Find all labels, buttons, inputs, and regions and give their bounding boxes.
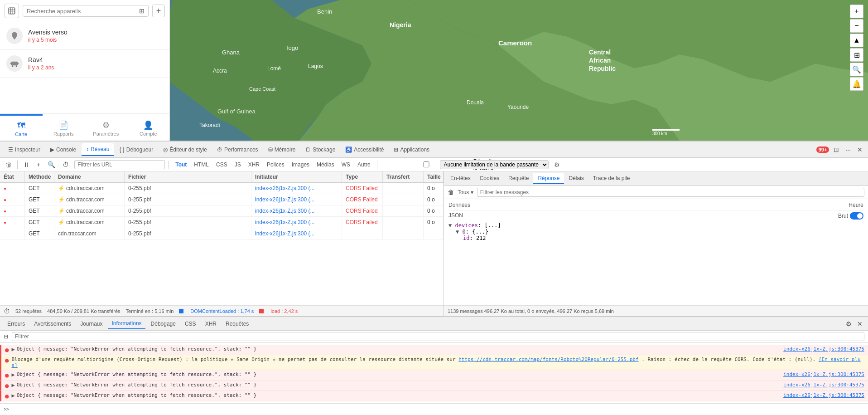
devtools-tab-inspector[interactable]: ☰ Inspecteur: [4, 144, 45, 156]
table-row[interactable]: GET cdn.traccar.com 0-255.pbf index-x26j…: [0, 228, 444, 239]
pause-button[interactable]: ⏸: [21, 160, 31, 169]
nav-rapports[interactable]: 📄 Rapports: [43, 114, 85, 141]
add-button[interactable]: +: [152, 5, 165, 17]
close-devtools-button[interactable]: ✕: [855, 145, 864, 154]
console-gear-icon[interactable]: ⚙: [844, 319, 854, 328]
console-filter-input[interactable]: [12, 332, 864, 341]
json-devices-row[interactable]: ▼ devices: [...]: [448, 222, 863, 229]
console-close-button[interactable]: ✕: [855, 319, 864, 328]
filter-polices[interactable]: Polices: [264, 161, 287, 169]
filter-medias[interactable]: Médias: [314, 161, 337, 169]
console-file-4[interactable]: index-x26j1x-Z.js:300:45375: [783, 392, 864, 398]
expand-icon-3[interactable]: ▶: [11, 382, 14, 388]
tab-delais[interactable]: Délais: [564, 173, 588, 184]
th-initiateur: Initiateur: [251, 171, 342, 182]
settings-button[interactable]: ⏱: [61, 160, 71, 169]
carte-icon: 🗺: [17, 121, 25, 131]
tab-reponse[interactable]: Réponse: [533, 173, 564, 184]
console-message-0[interactable]: ● ▶ Object { message: "NetworkError when…: [0, 345, 868, 355]
north-button[interactable]: ▲: [850, 34, 863, 47]
devtools-tab-network[interactable]: ↕ Réseau: [82, 143, 114, 156]
filter-icon[interactable]: ⊞: [139, 7, 145, 15]
console-tab-css[interactable]: CSS: [181, 319, 200, 329]
search-map-button[interactable]: 🔍: [850, 63, 863, 76]
devtools-tab-accessibility[interactable]: ♿ Accessibilité: [341, 144, 388, 156]
delete-messages-button[interactable]: 🗑: [448, 189, 454, 196]
gear-icon[interactable]: ⚙: [552, 160, 562, 169]
tab-cookies[interactable]: Cookies: [475, 173, 504, 184]
tab-requete[interactable]: Requête: [504, 173, 533, 184]
console-tab-journaux[interactable]: Journaux: [77, 319, 106, 329]
nav-compte[interactable]: 👤 Compte: [127, 114, 170, 141]
filter-autre[interactable]: Autre: [355, 161, 373, 169]
search-button[interactable]: +: [35, 160, 42, 169]
console-tab-erreurs[interactable]: Erreurs: [4, 319, 29, 329]
nav-compte-label: Compte: [140, 131, 157, 137]
device-item-1[interactable]: Rav4 il y a 2 ans: [0, 50, 169, 78]
url-filter-input[interactable]: [74, 160, 165, 169]
devtools-tab-performance[interactable]: ⏱ Performances: [212, 144, 263, 156]
console-message-1[interactable]: ● Blocage d'une requête multiorigine (Cr…: [0, 355, 868, 370]
filter-css[interactable]: CSS: [213, 161, 230, 169]
json-item0-row[interactable]: ▼ 0: {...}: [448, 229, 863, 235]
devtools-tab-applications[interactable]: ⊞ Applications: [389, 144, 434, 156]
filter-xhr[interactable]: XHR: [246, 161, 262, 169]
console-file-3[interactable]: index-x26j1x-Z.js:300:45375: [783, 382, 864, 388]
console-tab-xhr[interactable]: XHR: [202, 319, 220, 329]
svg-text:Takoradi: Takoradi: [199, 122, 220, 128]
filter-images[interactable]: Images: [289, 161, 312, 169]
devtools-tab-memory[interactable]: ⛁ Mémoire: [264, 144, 300, 156]
devtools-tab-style-editor[interactable]: ◎ Éditeur de style: [159, 144, 212, 156]
cors-url-link[interactable]: https://cdn.traccar.com/map/fonts/Roboto…: [458, 356, 638, 362]
devtools-tab-debugger[interactable]: { } Débogueur: [115, 144, 158, 156]
nav-carte[interactable]: 🗺 Carte: [0, 114, 43, 141]
console-tab-debogage[interactable]: Débogage: [147, 319, 179, 329]
td-domaine: ⚡cdn.traccar.com: [54, 183, 125, 194]
bandwidth-select[interactable]: Aucune limitation de la bande passante: [440, 160, 549, 169]
nav-carte-label: Carte: [15, 132, 27, 137]
console-text-4: Object { message: "NetworkError when att…: [17, 392, 784, 398]
table-row[interactable]: ● GET ⚡cdn.traccar.com 0-255.pbf index-x…: [0, 217, 444, 228]
expand-icon-0[interactable]: ▶: [11, 346, 14, 352]
clear-network-button[interactable]: 🗑: [4, 160, 14, 169]
th-transfert: Transfert: [383, 171, 424, 182]
message-filter-input[interactable]: [477, 188, 864, 197]
console-message-3[interactable]: ● ▶ Object { message: "NetworkError when…: [0, 381, 868, 391]
zoom-out-button[interactable]: −: [850, 19, 863, 33]
brut-toggle[interactable]: Brut: [838, 212, 863, 220]
device-item-0[interactable]: Avensis verso il y a 5 mois: [0, 22, 169, 50]
table-row[interactable]: ● GET ⚡cdn.traccar.com 0-255.pbf index-x…: [0, 183, 444, 194]
console-tab-avertissements[interactable]: Avertissements: [30, 319, 75, 329]
zoom-in-button[interactable]: +: [850, 5, 863, 18]
console-tab-requetes[interactable]: Requêtes: [222, 319, 252, 329]
console-file-0[interactable]: index-x26j1x-Z.js:300:45375: [783, 346, 864, 352]
nav-parametres[interactable]: ⚙ Paramètres: [85, 114, 127, 141]
filter-html[interactable]: HTML: [191, 161, 212, 169]
notifications-button[interactable]: 🔔: [850, 77, 863, 91]
map-icon-box[interactable]: [5, 4, 19, 18]
console-message-2[interactable]: ● ▶ Object { message: "NetworkError when…: [0, 370, 868, 381]
console-message-4[interactable]: ● ▶ Object { message: "NetworkError when…: [0, 391, 868, 401]
filter-tout[interactable]: Tout: [173, 161, 189, 169]
more-options-button[interactable]: ···: [844, 145, 853, 154]
devtools-tab-console[interactable]: ▶ Console: [46, 144, 81, 156]
devtools-tab-storage[interactable]: 🗒 Stockage: [301, 144, 340, 156]
tous-dropdown[interactable]: Tous ▾: [458, 189, 473, 195]
filter-js[interactable]: JS: [232, 161, 244, 169]
console-filter-bar: ⊟: [0, 331, 868, 343]
expand-icon-4[interactable]: ▶: [11, 392, 14, 399]
tab-trace[interactable]: Trace de la pile: [588, 173, 635, 184]
responsive-button[interactable]: ⊡: [832, 145, 841, 154]
table-row[interactable]: ● GET ⚡cdn.traccar.com 0-255.pbf index-x…: [0, 205, 444, 217]
tab-en-tetes[interactable]: En-têtes: [446, 173, 475, 184]
search-filter-button[interactable]: 🔍: [46, 160, 57, 169]
table-row[interactable]: ● GET ⚡cdn.traccar.com 0-255.pbf index-x…: [0, 194, 444, 205]
layers-button[interactable]: ⊞: [850, 48, 863, 62]
expand-icon-2[interactable]: ▶: [11, 371, 14, 378]
td-transfert: [383, 217, 424, 228]
filter-ws[interactable]: WS: [339, 161, 353, 169]
console-tab-informations[interactable]: Informations: [108, 318, 145, 329]
search-input[interactable]: [27, 8, 139, 15]
brut-switch[interactable]: [850, 212, 863, 220]
console-file-2[interactable]: index-x26j1x-Z.js:300:45375: [783, 371, 864, 377]
